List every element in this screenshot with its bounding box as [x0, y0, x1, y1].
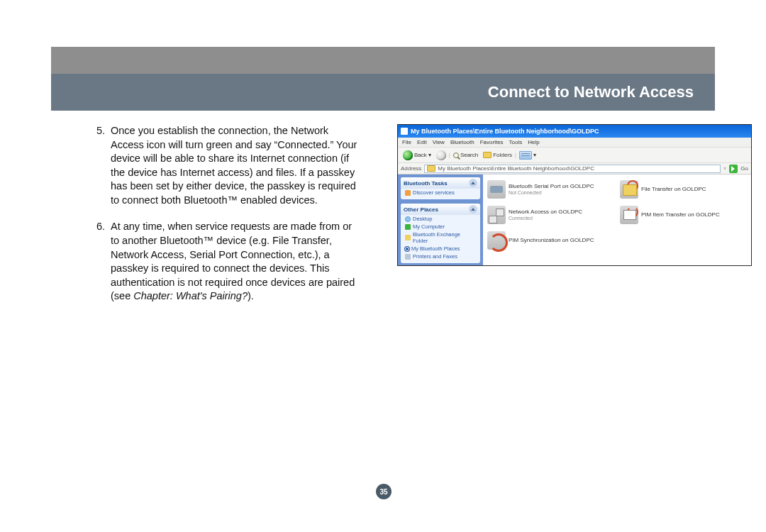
svc-name: Bluetooth Serial Port on GOLDPC: [509, 183, 594, 189]
back-button[interactable]: Back ▾: [401, 150, 433, 161]
address-value: My Bluetooth Places\Entire Bluetooth Nei…: [438, 165, 594, 172]
explorer-window: My Bluetooth Places\Entire Bluetooth Nei…: [397, 124, 752, 266]
dropdown-icon[interactable]: ▾: [723, 165, 726, 172]
toolbar-sep: |: [515, 152, 516, 158]
go-button[interactable]: [729, 165, 738, 173]
svc-pim-sync[interactable]: PIM Synchronization on GOLDPC: [487, 228, 614, 253]
step-text-b: ).: [248, 290, 254, 301]
place-label: Desktop: [413, 216, 433, 222]
title-bar: Connect to Network Access: [51, 74, 715, 111]
task-discover-services[interactable]: Discover services: [401, 189, 480, 196]
menu-edit[interactable]: Edit: [417, 139, 427, 145]
place-icon: [405, 254, 411, 260]
back-label: Back: [414, 152, 427, 158]
dropdown-icon: ▾: [428, 152, 431, 158]
task-icon: [405, 190, 411, 196]
place-printers[interactable]: Printers and Faxes: [401, 253, 480, 260]
svc-pim-item-transfer[interactable]: PIM Item Transfer on GOLDPC: [620, 203, 747, 227]
svc-name: PIM Item Transfer on GOLDPC: [641, 211, 720, 218]
place-my-bt-places[interactable]: My Bluetooth Places: [401, 245, 480, 253]
menu-view[interactable]: View: [433, 139, 445, 145]
toolbar-sep: |: [449, 152, 450, 158]
document-page: Connect to Network Access 5. Once you es…: [0, 0, 766, 532]
step-text: At any time, when service requests are m…: [111, 220, 360, 303]
sidebar: Bluetooth Tasks Discover services Other …: [398, 174, 483, 265]
svc-network-access[interactable]: Network Access on GOLDPCConnected: [487, 203, 614, 227]
forward-button[interactable]: [434, 150, 448, 161]
panel-title: Other Places: [404, 206, 438, 213]
svc-status: Connected: [509, 216, 582, 221]
address-label: Address: [401, 165, 421, 172]
pim-sync-icon: [487, 231, 506, 250]
step-text: Once you establish the connection, the N…: [111, 124, 360, 207]
network-access-icon: [487, 206, 506, 224]
collapse-icon: [469, 179, 477, 187]
window-titlebar[interactable]: My Bluetooth Places\Entire Bluetooth Nei…: [398, 125, 751, 138]
svc-status: Not Connected: [509, 190, 594, 196]
page-title: Connect to Network Access: [488, 83, 694, 101]
menu-tools[interactable]: Tools: [509, 139, 523, 145]
pim-item-icon: [620, 206, 638, 224]
svc-label: PIM Item Transfer on GOLDPC: [641, 212, 720, 218]
place-label: Printers and Faxes: [413, 253, 457, 260]
place-icon: [405, 224, 411, 230]
body-text: 5. Once you establish the connection, th…: [91, 124, 360, 316]
panel-title: Bluetooth Tasks: [404, 180, 448, 187]
step-text-italic: Chapter: What's Pairing?: [133, 290, 248, 301]
views-icon: [519, 151, 532, 160]
work-area: Bluetooth Tasks Discover services Other …: [398, 174, 751, 265]
file-transfer-icon: [620, 180, 638, 199]
window-title: My Bluetooth Places\Entire Bluetooth Nei…: [411, 128, 599, 135]
folder-icon: [483, 152, 492, 158]
step-number: 5.: [91, 124, 111, 207]
address-bar: Address My Bluetooth Places\Entire Bluet…: [398, 163, 751, 174]
address-icon: [427, 165, 435, 172]
svc-label: PIM Synchronization on GOLDPC: [509, 238, 594, 244]
search-button[interactable]: Search: [451, 151, 480, 159]
svc-name: PIM Synchronization on GOLDPC: [509, 237, 594, 243]
place-my-computer[interactable]: My Computer: [401, 223, 480, 231]
place-label: My Bluetooth Places: [411, 245, 460, 252]
forward-icon: [436, 150, 446, 160]
page-number-badge: 35: [376, 484, 392, 499]
menu-favorites[interactable]: Favorites: [480, 139, 504, 145]
svc-label: Network Access on GOLDPCConnected: [509, 209, 582, 221]
search-label: Search: [460, 152, 478, 158]
views-button[interactable]: ▾: [517, 150, 538, 160]
step-5: 5. Once you establish the connection, th…: [91, 124, 360, 207]
menu-file[interactable]: File: [402, 139, 411, 145]
dropdown-icon: ▾: [533, 152, 536, 158]
other-places-panel: Other Places Desktop My Computer Bluetoo…: [401, 204, 480, 263]
menu-help[interactable]: Help: [528, 139, 539, 145]
svc-label: Bluetooth Serial Port on GOLDPCNot Conne…: [509, 184, 594, 195]
place-desktop[interactable]: Desktop: [401, 215, 480, 223]
back-icon: [403, 150, 413, 160]
collapse-icon: [469, 205, 477, 214]
svc-label: File Transfer on GOLDPC: [641, 187, 706, 193]
folders-button[interactable]: Folders: [481, 151, 514, 159]
place-label: Bluetooth Exchange Folder: [413, 231, 476, 244]
svc-serial-port[interactable]: Bluetooth Serial Port on GOLDPCNot Conne…: [487, 177, 614, 201]
search-icon: [453, 153, 459, 158]
place-icon: [405, 235, 411, 240]
place-icon: [405, 216, 411, 222]
place-label: My Computer: [413, 223, 445, 230]
bluetooth-tasks-header[interactable]: Bluetooth Tasks: [401, 177, 480, 189]
main-pane: Bluetooth Serial Port on GOLDPCNot Conne…: [483, 174, 751, 265]
place-icon: [405, 247, 409, 251]
folders-label: Folders: [493, 152, 512, 158]
task-label: Discover services: [413, 189, 455, 196]
svc-file-transfer[interactable]: File Transfer on GOLDPC: [620, 177, 747, 201]
svc-name: Network Access on GOLDPC: [509, 209, 582, 215]
address-field[interactable]: My Bluetooth Places\Entire Bluetooth Nei…: [424, 165, 721, 173]
go-label: Go: [740, 165, 748, 172]
step-number: 6.: [91, 220, 111, 303]
other-places-header[interactable]: Other Places: [401, 204, 480, 215]
step-6: 6. At any time, when service requests ar…: [91, 220, 360, 303]
serial-port-icon: [487, 180, 506, 199]
bluetooth-tasks-panel: Bluetooth Tasks Discover services: [401, 177, 480, 199]
menu-bluetooth[interactable]: Bluetooth: [450, 139, 474, 145]
place-bt-exchange[interactable]: Bluetooth Exchange Folder: [401, 231, 480, 245]
toolbar: Back ▾ | Search Folders | ▾: [398, 148, 751, 163]
svc-name: File Transfer on GOLDPC: [641, 186, 706, 192]
